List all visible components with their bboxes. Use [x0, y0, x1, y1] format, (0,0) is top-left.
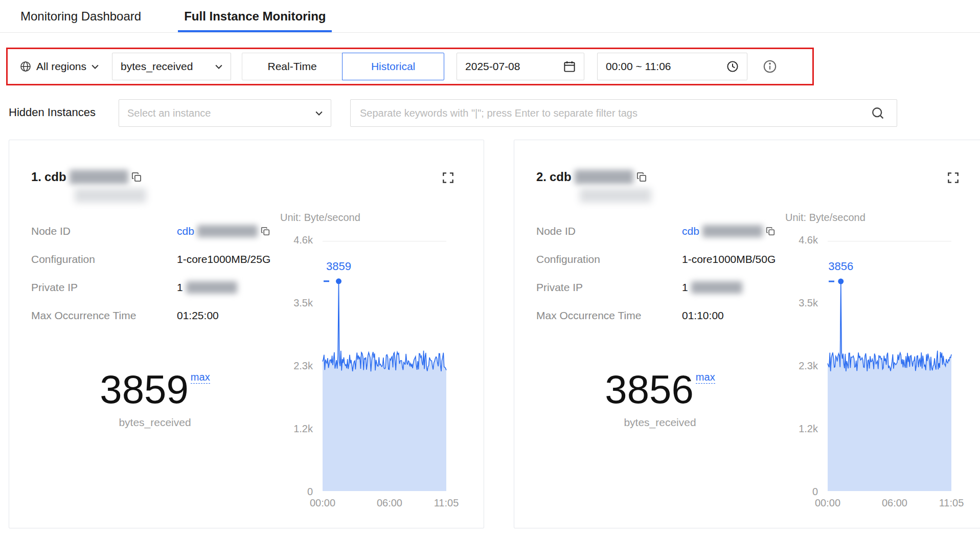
- chevron-down-icon: [92, 64, 99, 69]
- redacted-instance-name-secondary: [580, 188, 651, 203]
- redacted-instance-name: [575, 170, 633, 184]
- globe-icon: [20, 61, 31, 72]
- calendar-icon: [563, 60, 576, 73]
- redacted-node-id: [197, 225, 258, 237]
- field-max-occurrence-time: Max Occurrence Time 01:25:00: [31, 301, 270, 329]
- chevron-down-icon: [215, 64, 222, 69]
- chevron-down-icon: [315, 111, 323, 116]
- hidden-instances-label: Hidden Instances: [9, 106, 96, 119]
- redacted-instance-name: [70, 170, 128, 184]
- field-label: Private IP: [31, 281, 177, 294]
- instance-card-2: 2. cdb Node ID cdb: [514, 140, 980, 528]
- toolbar-highlight-box: All regions bytes_received Real-Time His…: [6, 48, 814, 85]
- node-id-link[interactable]: cdb: [682, 225, 775, 237]
- max-link[interactable]: max: [696, 371, 715, 384]
- field-node-id: Node ID cdb: [31, 217, 270, 245]
- field-max-occurrence-time: Max Occurrence Time 01:10:00: [536, 301, 776, 329]
- date-picker-value: 2025-07-08: [465, 60, 520, 73]
- field-label: Node ID: [31, 225, 177, 237]
- metric-summary: 3859 max bytes_received: [63, 369, 247, 429]
- region-selector-label: All regions: [36, 60, 86, 73]
- copy-icon[interactable]: [131, 172, 142, 182]
- card-index: 2.: [536, 170, 546, 184]
- svg-text:3856: 3856: [828, 260, 853, 273]
- area-chart-plot: 3856: [828, 241, 951, 491]
- metric-name: bytes_received: [63, 416, 247, 429]
- fullscreen-icon[interactable]: [947, 172, 959, 184]
- field-configuration: Configuration 1-core1000MB/25G: [31, 245, 270, 273]
- instance-card-1: 1. cdb Node ID cdb: [9, 140, 484, 528]
- field-list: Node ID cdb Configuration 1-core1000MB/5…: [536, 217, 776, 329]
- tab-full-instance-monitoring[interactable]: Full Instance Monitoring: [178, 0, 332, 32]
- copy-icon[interactable]: [261, 227, 270, 236]
- field-private-ip: Private IP 1: [31, 273, 270, 301]
- field-list: Node ID cdb Configuration 1-core1000MB/2…: [31, 217, 270, 329]
- chart-x-axis: 00:00 06:00 11:05: [323, 497, 446, 510]
- chart-x-axis: 00:00 06:00 11:05: [828, 497, 951, 510]
- area-chart-plot: 3859: [323, 241, 446, 491]
- card-title: 1. cdb: [31, 170, 142, 184]
- chart-unit-label: Unit: Byte/second: [280, 212, 360, 224]
- info-icon[interactable]: [763, 59, 777, 74]
- search-input[interactable]: [351, 107, 867, 119]
- field-configuration: Configuration 1-core1000MB/50G: [536, 245, 776, 273]
- redacted-node-id: [702, 225, 763, 237]
- redacted-private-ip: [186, 281, 237, 294]
- max-value: 3856: [605, 369, 694, 409]
- field-label: Configuration: [536, 253, 682, 265]
- field-label: Max Occurrence Time: [31, 309, 177, 322]
- card-title: 2. cdb: [536, 170, 647, 184]
- historical-button[interactable]: Historical: [342, 53, 444, 80]
- instance-select-placeholder: Select an instance: [127, 107, 211, 119]
- max-occurrence-time-value: 01:25:00: [177, 309, 219, 322]
- private-ip-value: 1: [177, 281, 237, 294]
- keyword-search: [350, 99, 897, 127]
- search-icon[interactable]: [867, 106, 897, 120]
- field-label: Node ID: [536, 225, 682, 237]
- metric-chart: Unit: Byte/second 4.6k 3.5k 2.3k 1.2k 0 …: [277, 212, 466, 516]
- copy-icon[interactable]: [636, 172, 647, 182]
- max-occurrence-time-value: 01:10:00: [682, 309, 724, 322]
- time-range-picker[interactable]: 00:00 ~ 11:06: [597, 53, 747, 80]
- chart-unit-label: Unit: Byte/second: [785, 212, 865, 224]
- configuration-value: 1-core1000MB/50G: [682, 253, 776, 265]
- configuration-value: 1-core1000MB/25G: [177, 253, 270, 265]
- svg-text:3859: 3859: [326, 260, 351, 273]
- metric-chart: Unit: Byte/second 4.6k 3.5k 2.3k 1.2k 0 …: [782, 212, 971, 516]
- card-index: 1.: [31, 170, 41, 184]
- field-private-ip: Private IP 1: [536, 273, 776, 301]
- metric-selector-value: bytes_received: [121, 60, 193, 73]
- instance-name-prefix: cdb: [44, 170, 66, 184]
- chart-y-axis: 4.6k 3.5k 2.3k 1.2k 0: [277, 234, 313, 498]
- instance-select[interactable]: Select an instance: [119, 99, 331, 127]
- filter-row: Hidden Instances Select an instance: [0, 99, 980, 127]
- top-tab-bar: Monitoring Dashboard Full Instance Monit…: [0, 0, 980, 33]
- copy-icon[interactable]: [766, 227, 775, 236]
- chart-y-axis: 4.6k 3.5k 2.3k 1.2k 0: [782, 234, 818, 498]
- field-label: Max Occurrence Time: [536, 309, 682, 322]
- tab-monitoring-dashboard[interactable]: Monitoring Dashboard: [14, 0, 147, 32]
- instance-cards: 1. cdb Node ID cdb: [0, 140, 980, 528]
- field-node-id: Node ID cdb: [536, 217, 776, 245]
- field-label: Configuration: [31, 253, 177, 265]
- field-label: Private IP: [536, 281, 682, 294]
- region-selector[interactable]: All regions: [17, 60, 102, 73]
- time-range-value: 00:00 ~ 11:06: [606, 60, 671, 73]
- instance-name-prefix: cdb: [550, 170, 572, 184]
- metric-summary: 3856 max bytes_received: [568, 369, 752, 429]
- fullscreen-icon[interactable]: [442, 172, 454, 184]
- metric-name: bytes_received: [568, 416, 752, 429]
- clock-icon: [726, 60, 739, 73]
- node-id-link[interactable]: cdb: [177, 225, 270, 237]
- metric-selector[interactable]: bytes_received: [112, 53, 231, 80]
- private-ip-value: 1: [682, 281, 742, 294]
- redacted-instance-name-secondary: [75, 188, 146, 203]
- max-value: 3859: [100, 369, 189, 409]
- redacted-private-ip: [691, 281, 742, 294]
- max-link[interactable]: max: [191, 371, 210, 384]
- realtime-button[interactable]: Real-Time: [242, 53, 343, 80]
- date-picker[interactable]: 2025-07-08: [457, 53, 584, 80]
